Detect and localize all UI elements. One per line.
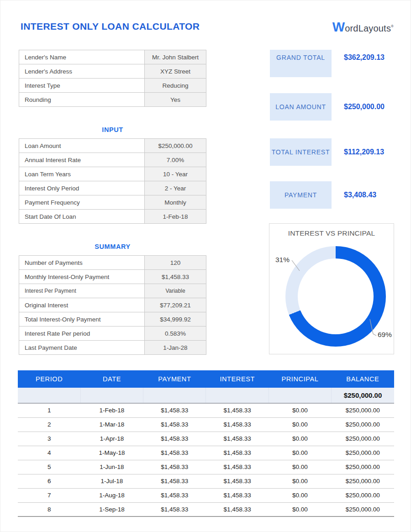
lender-info-row: Interest Type Reducing <box>19 79 206 93</box>
input-value[interactable]: Monthly <box>145 195 206 210</box>
summary-row: Interest Per Payment Variable <box>19 284 206 298</box>
schedule-header-cell: PERIOD <box>18 370 80 388</box>
input-label: Loan Amount <box>19 139 145 153</box>
schedule-header-cell: INTEREST <box>206 370 269 388</box>
schedule-cell-payment: $1,458.33 <box>143 446 206 460</box>
schedule-cell-interest: $1,458.33 <box>206 460 269 474</box>
schedule-cell-empty <box>269 388 331 403</box>
schedule-cell-payment: $1,458.33 <box>143 432 206 446</box>
input-value[interactable]: 1-Feb-18 <box>145 210 206 224</box>
schedule-cell-balance: $250,000.00 <box>332 474 394 488</box>
schedule-cell-interest: $1,458.33 <box>206 474 269 488</box>
input-label: Loan Term Years <box>19 167 145 181</box>
stat-row: LOAN AMOUNT $250,000.00 <box>270 93 398 121</box>
lender-info-value[interactable]: Yes <box>145 93 206 107</box>
input-label: Start Date Of Loan <box>19 210 145 224</box>
summary-value: 0.583% <box>145 327 206 341</box>
schedule-cell-payment: $1,458.33 <box>143 417 206 432</box>
summary-table: Number of Payments 120 Monthly Interest-… <box>19 255 206 355</box>
schedule-row: 3 1-Apr-18 $1,458.33 $1,458.33 $0.00 $25… <box>18 432 394 446</box>
schedule-cell-interest: $1,458.33 <box>206 403 269 417</box>
summary-section-heading: SUMMARY <box>19 243 206 250</box>
schedule-cell-empty <box>18 388 80 403</box>
lender-info-value[interactable]: Reducing <box>145 79 206 93</box>
summary-value: 120 <box>145 256 206 270</box>
schedule-header-cell: PRINCIPAL <box>269 370 331 388</box>
schedule-cell-balance: $250,000.00 <box>332 446 394 460</box>
schedule-cell-interest: $1,458.33 <box>206 502 269 516</box>
page-title: INTEREST ONLY LOAN CALCULATOR <box>21 21 200 32</box>
schedule-cell-period: 2 <box>18 417 80 432</box>
schedule-row: 6 1-Jul-18 $1,458.33 $1,458.33 $0.00 $25… <box>18 474 394 488</box>
schedule-cell-principal: $0.00 <box>269 460 331 474</box>
schedule-header-cell: PAYMENT <box>143 370 206 388</box>
input-label: Payment Frequency <box>19 195 145 210</box>
schedule-cell-period: 5 <box>18 460 80 474</box>
summary-label: Total Interest-Only Payment <box>19 312 145 327</box>
summary-row: Last Payment Date 1-Jan-28 <box>19 341 206 355</box>
lender-info-label: Lender's Name <box>19 50 145 64</box>
summary-label: Interest Rate Per period <box>19 327 145 341</box>
input-value[interactable]: $250,000.00 <box>145 139 206 153</box>
lender-info-row: Lender's Address XYZ Street <box>19 64 206 79</box>
stat-label-box: LOAN AMOUNT <box>270 93 332 121</box>
schedule-cell-interest: $1,458.33 <box>206 432 269 446</box>
stat-value: $250,000.00 <box>344 103 385 111</box>
lender-info-row: Rounding Yes <box>19 93 206 107</box>
registered-mark: ® <box>391 24 394 28</box>
schedule-cell-principal: $0.00 <box>269 502 331 516</box>
stat-label-box: TOTAL INTEREST <box>270 138 332 166</box>
schedule-cell-principal: $0.00 <box>269 417 331 432</box>
schedule-cell-empty <box>206 388 269 403</box>
schedule-cell-empty <box>80 388 143 403</box>
summary-label: Number of Payments <box>19 256 145 270</box>
input-row: Interest Only Period 2 - Year <box>19 181 206 195</box>
lender-info-label: Interest Type <box>19 79 145 93</box>
schedule-cell-principal: $0.00 <box>269 403 331 417</box>
schedule-cell-period: 1 <box>18 403 80 417</box>
summary-value: $34,999.92 <box>145 312 206 327</box>
input-value[interactable]: 2 - Year <box>145 181 206 195</box>
summary-value: 1-Jan-28 <box>145 341 206 355</box>
interest-vs-principal-chart-card: INTEREST VS PRINCIPAL 31% 69% <box>269 223 394 354</box>
schedule-cell-date: 1-Apr-18 <box>80 432 143 446</box>
schedule-cell-balance: $250,000.00 <box>332 432 394 446</box>
summary-label: Last Payment Date <box>19 341 145 355</box>
lender-info-label: Lender's Address <box>19 64 145 79</box>
schedule-row: 2 1-Mar-18 $1,458.33 $1,458.33 $0.00 $25… <box>18 417 394 432</box>
summary-label: Monthly Interest-Only Payment <box>19 270 145 284</box>
schedule-cell-payment: $1,458.33 <box>143 403 206 417</box>
summary-label: Original Interest <box>19 298 145 312</box>
lender-info-row: Lender's Name Mr. John Stalbert <box>19 50 206 64</box>
summary-row: Monthly Interest-Only Payment $1,458.33 <box>19 270 206 284</box>
schedule-cell-date: 1-Aug-18 <box>80 488 143 502</box>
opening-balance-cell: $250,000.00 <box>332 388 394 403</box>
stats-list: GRAND TOTAL $362,209.13 LOAN AMOUNT $250… <box>270 50 398 209</box>
lender-info-value[interactable]: XYZ Street <box>145 64 206 79</box>
summary-row: Total Interest-Only Payment $34,999.92 <box>19 312 206 327</box>
loan-calculator-page: INTEREST ONLY LOAN CALCULATOR WordLayout… <box>0 0 411 532</box>
schedule-cell-payment: $1,458.33 <box>143 488 206 502</box>
logo-w-glyph: W <box>332 20 345 35</box>
schedule-cell-principal: $0.00 <box>269 474 331 488</box>
lender-info-value[interactable]: Mr. John Stalbert <box>145 50 206 64</box>
schedule-cell-period: 6 <box>18 474 80 488</box>
lender-info-table: Lender's Name Mr. John Stalbert Lender's… <box>19 50 206 107</box>
schedule-cell-date: 1-Jul-18 <box>80 474 143 488</box>
schedule-header-cell: DATE <box>80 370 143 388</box>
summary-row: Original Interest $77,209.21 <box>19 298 206 312</box>
input-value[interactable]: 10 - Year <box>145 167 206 181</box>
stat-label-box: GRAND TOTAL <box>270 50 332 77</box>
schedule-cell-interest: $1,458.33 <box>206 488 269 502</box>
donut-chart <box>285 246 386 347</box>
schedule-cell-payment: $1,458.33 <box>143 474 206 488</box>
input-row: Loan Amount $250,000.00 <box>19 139 206 153</box>
schedule-row: 5 1-Jun-18 $1,458.33 $1,458.33 $0.00 $25… <box>18 460 394 474</box>
schedule-cell-principal: $0.00 <box>269 488 331 502</box>
schedule-cell-balance: $250,000.00 <box>332 417 394 432</box>
stat-label-box: PAYMENT <box>270 181 332 209</box>
input-row: Loan Term Years 10 - Year <box>19 167 206 181</box>
schedule-header-cell: BALANCE <box>332 370 394 388</box>
schedule-cell-interest: $1,458.33 <box>206 417 269 432</box>
input-value[interactable]: 7.00% <box>145 153 206 167</box>
